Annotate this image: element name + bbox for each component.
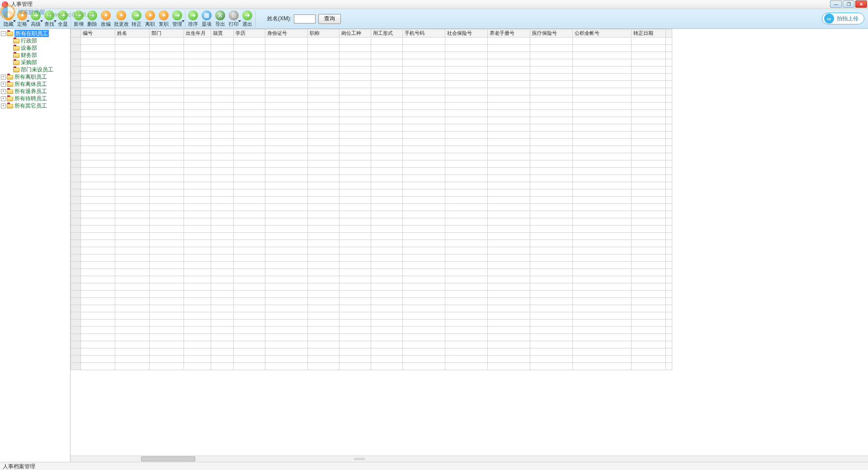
cell[interactable] [530, 124, 573, 132]
cell[interactable] [632, 269, 666, 276]
cell[interactable] [81, 211, 115, 218]
cell[interactable] [371, 103, 403, 110]
cell[interactable] [308, 66, 340, 74]
cell[interactable] [530, 139, 573, 146]
cell[interactable] [115, 189, 150, 197]
cell[interactable] [211, 59, 234, 66]
cell[interactable] [265, 204, 308, 211]
cell[interactable] [632, 247, 666, 254]
cell[interactable] [81, 363, 115, 370]
cell[interactable] [445, 74, 488, 81]
cell[interactable] [530, 59, 573, 66]
cell[interactable] [632, 262, 666, 269]
cell[interactable] [666, 153, 672, 160]
cell[interactable] [81, 305, 115, 312]
cell[interactable] [530, 168, 573, 175]
cell[interactable] [632, 211, 666, 218]
cell[interactable] [573, 363, 632, 370]
cell[interactable] [632, 254, 666, 262]
table-row[interactable] [71, 103, 672, 110]
cell[interactable] [340, 52, 371, 59]
cell[interactable] [403, 320, 445, 327]
cell[interactable] [81, 182, 115, 189]
cell[interactable] [340, 348, 371, 356]
cell[interactable] [488, 197, 530, 204]
column-header-extra[interactable] [666, 29, 672, 38]
cell[interactable] [403, 269, 445, 276]
cell[interactable] [211, 182, 234, 189]
toolbar-新增[interactable]: ➔新增 [72, 10, 85, 28]
cell[interactable] [184, 298, 211, 305]
cell[interactable] [81, 168, 115, 175]
cell[interactable] [81, 74, 115, 81]
cell[interactable] [308, 363, 340, 370]
cell[interactable] [265, 153, 308, 160]
cell[interactable] [632, 132, 666, 139]
cell[interactable] [234, 103, 265, 110]
cell[interactable] [340, 211, 371, 218]
cell[interactable] [573, 291, 632, 298]
cell[interactable] [308, 160, 340, 168]
cell[interactable] [211, 363, 234, 370]
cell[interactable] [666, 218, 672, 226]
cell[interactable] [308, 204, 340, 211]
cell[interactable] [211, 88, 234, 95]
cell[interactable] [403, 160, 445, 168]
cell[interactable] [632, 240, 666, 247]
cell[interactable] [234, 262, 265, 269]
cell[interactable] [632, 204, 666, 211]
cell[interactable] [81, 240, 115, 247]
cell[interactable] [573, 254, 632, 262]
cell[interactable] [340, 81, 371, 88]
cell[interactable] [403, 334, 445, 341]
cell[interactable] [403, 327, 445, 334]
cell[interactable] [403, 348, 445, 356]
cell[interactable] [666, 320, 672, 327]
table-row[interactable] [71, 52, 672, 59]
cell[interactable] [403, 132, 445, 139]
cell[interactable] [150, 291, 184, 298]
cell[interactable] [403, 298, 445, 305]
cell[interactable] [115, 66, 150, 74]
cell[interactable] [488, 66, 530, 74]
cell[interactable] [340, 320, 371, 327]
table-row[interactable] [71, 218, 672, 226]
cell[interactable] [308, 110, 340, 117]
cell[interactable] [403, 45, 445, 52]
cell[interactable] [632, 110, 666, 117]
cell[interactable] [666, 66, 672, 74]
cell[interactable] [265, 211, 308, 218]
toolbar-导出[interactable]: X导出 [213, 10, 227, 28]
table-row[interactable] [71, 363, 672, 370]
cell[interactable] [666, 356, 672, 363]
cell[interactable] [184, 334, 211, 341]
cell[interactable] [265, 103, 308, 110]
cell[interactable] [211, 139, 234, 146]
table-row[interactable] [71, 348, 672, 356]
cell[interactable] [81, 291, 115, 298]
cell[interactable] [488, 247, 530, 254]
cell[interactable] [184, 74, 211, 81]
cell[interactable] [265, 312, 308, 320]
cell[interactable] [488, 320, 530, 327]
table-row[interactable] [71, 146, 672, 153]
cell[interactable] [211, 291, 234, 298]
cell[interactable] [308, 146, 340, 153]
cell[interactable] [403, 283, 445, 291]
cell[interactable] [488, 168, 530, 175]
column-header-姓名[interactable]: 姓名 [115, 29, 150, 38]
cell[interactable] [445, 211, 488, 218]
cell[interactable] [632, 168, 666, 175]
cell[interactable] [371, 74, 403, 81]
cell[interactable] [530, 305, 573, 312]
cell[interactable] [308, 298, 340, 305]
cell[interactable] [666, 247, 672, 254]
cell[interactable] [530, 38, 573, 45]
cell[interactable] [488, 182, 530, 189]
cell[interactable] [265, 175, 308, 182]
cell[interactable] [488, 146, 530, 153]
cell[interactable] [573, 283, 632, 291]
cell[interactable] [403, 189, 445, 197]
cell[interactable] [340, 197, 371, 204]
cell[interactable] [150, 226, 184, 233]
